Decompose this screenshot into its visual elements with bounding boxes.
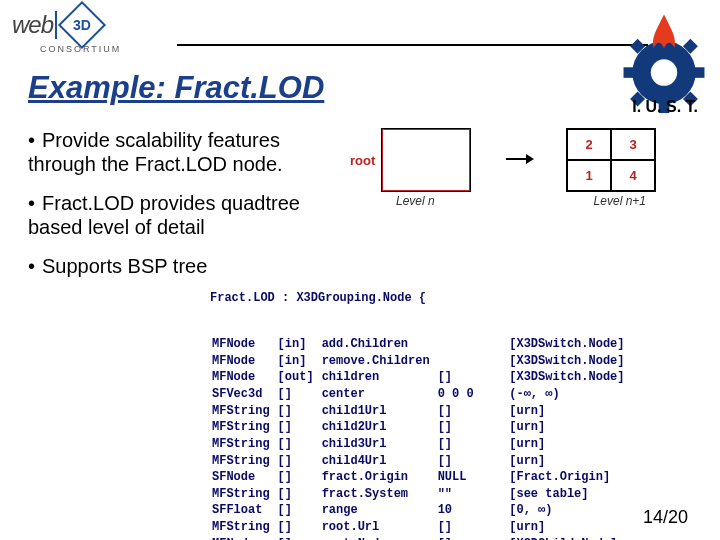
code-cell: [] bbox=[438, 520, 502, 535]
code-cell: [] bbox=[278, 520, 320, 535]
code-cell: [] bbox=[278, 454, 320, 469]
code-cell: fract.Origin bbox=[322, 470, 436, 485]
code-cell: [X3DSwitch.Node] bbox=[503, 337, 659, 352]
code-cell: "" bbox=[438, 487, 502, 502]
svg-point-9 bbox=[651, 59, 677, 85]
code-cell: [] bbox=[278, 470, 320, 485]
code-cell: [] bbox=[438, 404, 502, 419]
code-cell: [urn] bbox=[503, 420, 659, 435]
svg-rect-3 bbox=[624, 67, 636, 78]
code-cell: [] bbox=[278, 537, 320, 540]
code-cell: [X3DChild.Node] bbox=[503, 537, 659, 540]
code-cell: [Fract.Origin] bbox=[503, 470, 659, 485]
code-cell: [] bbox=[278, 437, 320, 452]
code-cell: MFNode bbox=[212, 337, 276, 352]
code-row: MFString[]root.Url[][urn] bbox=[212, 520, 659, 535]
slide-title: Example: Fract.LOD bbox=[28, 70, 324, 106]
code-row: MFString[]child1Url[][urn] bbox=[212, 404, 659, 419]
code-cell: [urn] bbox=[503, 454, 659, 469]
code-cell: child4Url bbox=[322, 454, 436, 469]
code-cell: [] bbox=[438, 420, 502, 435]
code-cell: SFFloat bbox=[212, 503, 276, 518]
bullet-item: •Fract.LOD provides quadtree based level… bbox=[28, 191, 348, 240]
code-block: Fract.LOD : X3DGrouping.Node { MFNode[in… bbox=[210, 262, 661, 540]
code-cell bbox=[438, 337, 502, 352]
code-cell: [X3DSwitch.Node] bbox=[503, 370, 659, 385]
code-cell: child2Url bbox=[322, 420, 436, 435]
code-cell: [out] bbox=[278, 370, 320, 385]
code-cell: add.Children bbox=[322, 337, 436, 352]
level-n-label: Level n bbox=[396, 194, 435, 208]
code-row: MFString[]fract.System""[see table] bbox=[212, 487, 659, 502]
header-rule bbox=[177, 44, 648, 46]
logo-3d-diamond: 3D bbox=[58, 1, 106, 49]
code-cell: remove.Children bbox=[322, 354, 436, 369]
code-cell: MFNode bbox=[212, 370, 276, 385]
code-cell: child3Url bbox=[322, 437, 436, 452]
code-cell: root.Url bbox=[322, 520, 436, 535]
code-cell: [] bbox=[278, 503, 320, 518]
code-cell: children bbox=[322, 370, 436, 385]
grid-level-n1: 2 3 1 4 bbox=[566, 128, 656, 192]
code-cell: [] bbox=[278, 387, 320, 402]
code-cell: MFString bbox=[212, 437, 276, 452]
flame-icon bbox=[653, 14, 675, 47]
code-cell: 10 bbox=[438, 503, 502, 518]
code-cell: [in] bbox=[278, 337, 320, 352]
code-cell: [0, ∞) bbox=[503, 503, 659, 518]
code-row: MFString[]child4Url[][urn] bbox=[212, 454, 659, 469]
code-cell: MFString bbox=[212, 404, 276, 419]
code-header: Fract.LOD : X3DGrouping.Node { bbox=[210, 291, 661, 306]
code-row: SFVec3d[]center0 0 0(-∞, ∞) bbox=[212, 387, 659, 402]
code-cell: [] bbox=[438, 454, 502, 469]
grid-cell-tl: 2 bbox=[567, 129, 611, 160]
code-cell: range bbox=[322, 503, 436, 518]
code-cell: [urn] bbox=[503, 404, 659, 419]
arrow-right-icon bbox=[504, 128, 534, 190]
code-cell: [see table] bbox=[503, 487, 659, 502]
code-cell bbox=[438, 354, 502, 369]
code-row: MFNode[]root.Node[][X3DChild.Node] bbox=[212, 537, 659, 540]
code-cell: [urn] bbox=[503, 520, 659, 535]
code-cell: MFNode bbox=[212, 354, 276, 369]
logo-divider bbox=[55, 11, 57, 39]
code-row: MFNode[in]add.Children[X3DSwitch.Node] bbox=[212, 337, 659, 352]
grid-cell-bl: 1 bbox=[567, 160, 611, 191]
code-row: SFNode[]fract.OriginNULL[Fract.Origin] bbox=[212, 470, 659, 485]
slide-root: { "header": { "logo_web": "web", "logo_3… bbox=[0, 0, 720, 540]
code-cell: 0 0 0 bbox=[438, 387, 502, 402]
code-cell: MFString bbox=[212, 420, 276, 435]
code-cell: MFString bbox=[212, 454, 276, 469]
code-cell: [in] bbox=[278, 354, 320, 369]
code-cell: [] bbox=[438, 370, 502, 385]
code-cell: NULL bbox=[438, 470, 502, 485]
code-cell: fract.System bbox=[322, 487, 436, 502]
svg-marker-11 bbox=[526, 154, 534, 164]
code-table: MFNode[in]add.Children[X3DSwitch.Node] M… bbox=[210, 335, 661, 540]
code-cell: [] bbox=[438, 437, 502, 452]
code-row: MFString[]child2Url[][urn] bbox=[212, 420, 659, 435]
web3d-logo: web 3D bbox=[12, 8, 708, 42]
bullet-item: •Provide scalability features through th… bbox=[28, 128, 348, 177]
level-diagram: root 2 3 1 4 Level n Level n+1 bbox=[350, 128, 660, 208]
code-row: MFNode[in]remove.Children[X3DSwitch.Node… bbox=[212, 354, 659, 369]
code-cell: [] bbox=[278, 404, 320, 419]
grid-level-n bbox=[381, 128, 471, 192]
code-cell: root.Node bbox=[322, 537, 436, 540]
code-cell: center bbox=[322, 387, 436, 402]
iust-label: I. U. S. T. bbox=[632, 98, 698, 116]
page-number: 14/20 bbox=[643, 507, 688, 528]
code-cell: MFString bbox=[212, 487, 276, 502]
code-cell: child1Url bbox=[322, 404, 436, 419]
code-cell: (-∞, ∞) bbox=[503, 387, 659, 402]
grid-cell-br: 4 bbox=[611, 160, 655, 191]
code-row: MFString[]child3Url[][urn] bbox=[212, 437, 659, 452]
code-row: MFNode[out]children[][X3DSwitch.Node] bbox=[212, 370, 659, 385]
level-n1-label: Level n+1 bbox=[594, 194, 646, 208]
code-cell: SFVec3d bbox=[212, 387, 276, 402]
code-cell: [] bbox=[278, 487, 320, 502]
code-row: SFFloat[]range10[0, ∞) bbox=[212, 503, 659, 518]
code-cell: [urn] bbox=[503, 437, 659, 452]
slide-header: web 3D CONSORTIUM bbox=[12, 8, 708, 60]
code-cell: [] bbox=[278, 420, 320, 435]
